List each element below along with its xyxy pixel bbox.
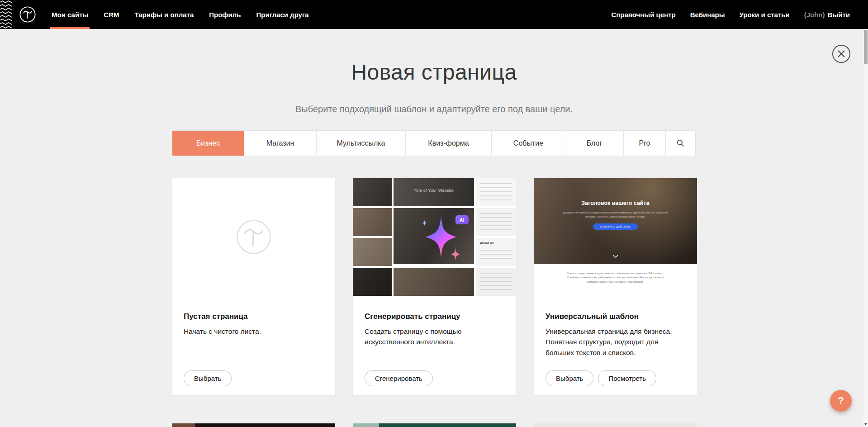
scrollbar-down-arrow[interactable] — [863, 421, 868, 427]
collage-about-tile: About us — [476, 238, 516, 266]
vertical-scrollbar — [863, 29, 868, 427]
template-cards-grid-row2 — [172, 423, 697, 427]
template-card-partial — [534, 423, 697, 427]
tab-event[interactable]: Событие — [491, 131, 565, 156]
tab-pro[interactable]: Pro — [623, 131, 665, 156]
ai-badge: AI — [455, 215, 469, 224]
collage-photo-tile — [353, 178, 392, 206]
template-card-partial — [353, 423, 516, 427]
generate-button[interactable]: Сгенерировать — [365, 370, 433, 386]
chevron-down-icon — [613, 255, 618, 258]
template-body-section: Коротко представьтесь и расскажите о ком… — [534, 264, 697, 296]
help-floating-button[interactable]: ? — [830, 390, 852, 412]
card-ai-generate: Title of Your Website About us — [353, 178, 516, 395]
collage-photo-tile — [353, 208, 392, 236]
tilda-watermark-icon — [234, 218, 273, 256]
ai-collage-preview: Title of Your Website About us — [353, 178, 516, 296]
card-description: Создать страницу с помощью искусственног… — [365, 326, 504, 347]
page-subtitle: Выберите подходящий шаблон и адаптируйте… — [0, 104, 868, 114]
tab-search[interactable] — [665, 131, 695, 156]
card-universal-template: Заголовок вашего сайта Добавьте интересн… — [534, 178, 697, 395]
nav-my-sites[interactable]: Мои сайты — [52, 0, 88, 29]
tab-quiz-form[interactable]: Квиз-форма — [405, 131, 491, 156]
universal-template-preview: Заголовок вашего сайта Добавьте интересн… — [534, 178, 697, 296]
card-description: Начать с чистого листа. — [184, 326, 323, 337]
template-hero: Заголовок вашего сайта Добавьте интересн… — [534, 178, 697, 264]
template-cta-button: Основное действие — [593, 223, 638, 230]
secondary-nav: Справочный центр Вебинары Уроки и статьи… — [611, 0, 868, 29]
template-body-text: Коротко представьтесь и расскажите о ком… — [566, 271, 665, 284]
top-navbar: Мои сайты CRM Тарифы и оплата Профиль Пр… — [0, 0, 868, 29]
page-title: Новая страница — [0, 60, 868, 85]
nav-webinars[interactable]: Вебинары — [690, 0, 725, 29]
nav-invite-friend[interactable]: Пригласи друга — [256, 0, 308, 29]
card-description: Универсальная страница для бизнеса. Поня… — [545, 326, 685, 358]
template-category-tabs: Бизнес Магазин Мультиссылка Квиз-форма С… — [172, 130, 696, 156]
preview-universal-button[interactable]: Посмотреть — [598, 370, 656, 386]
tab-business[interactable]: Бизнес — [172, 131, 244, 156]
zigzag-decoration — [0, 0, 12, 29]
tab-shop[interactable]: Магазин — [244, 131, 316, 156]
collage-doc-tile — [476, 178, 516, 206]
template-cards-grid: Пустая страница Начать с чистого листа. … — [172, 178, 697, 395]
template-hero-subtitle: Добавьте интересные подробности о вашей … — [559, 211, 672, 219]
choose-blank-button[interactable]: Выбрать — [184, 370, 232, 386]
tab-blog[interactable]: Блог — [565, 131, 623, 156]
nav-help-center[interactable]: Справочный центр — [611, 0, 675, 29]
collage-doc-tile — [476, 208, 516, 236]
template-hero-title: Заголовок вашего сайта — [534, 200, 697, 206]
tab-multilink[interactable]: Мультиссылка — [316, 131, 405, 156]
collage-photo-tile — [353, 268, 392, 296]
nav-crm[interactable]: CRM — [104, 0, 119, 29]
ai-sparkle-small-icon — [449, 247, 462, 261]
collage-site-title: Title of Your Website — [394, 188, 474, 193]
blank-page-preview — [172, 178, 335, 296]
card-blank-page: Пустая страница Начать с чистого листа. … — [172, 178, 335, 395]
template-card-partial — [172, 423, 335, 427]
collage-photo-tile — [394, 268, 474, 296]
scrollbar-thumb[interactable] — [864, 30, 868, 64]
nav-profile[interactable]: Профиль — [209, 0, 241, 29]
nav-pricing[interactable]: Тарифы и оплата — [134, 0, 194, 29]
close-button[interactable] — [832, 45, 850, 63]
search-icon — [677, 139, 684, 147]
collage-photo-tile — [353, 238, 392, 266]
close-icon — [837, 50, 845, 58]
logout-link[interactable]: Выйти — [828, 11, 850, 19]
choose-universal-button[interactable]: Выбрать — [545, 370, 593, 386]
card-title: Универсальный шаблон — [545, 312, 685, 321]
nav-tutorials[interactable]: Уроки и статьи — [740, 0, 790, 29]
tilda-logo-icon[interactable] — [19, 6, 36, 23]
card-title: Пустая страница — [184, 312, 323, 321]
user-name: (John) — [804, 11, 825, 19]
user-logout[interactable]: (John) Выйти — [804, 0, 850, 29]
collage-banner-tile: Title of Your Website — [394, 178, 474, 206]
ai-sparkle-tiny-icon — [422, 220, 427, 226]
card-title: Сгенерировать страницу — [365, 312, 504, 321]
about-us-label: About us — [480, 242, 493, 245]
primary-nav: Мои сайты CRM Тарифы и оплата Профиль Пр… — [52, 0, 309, 29]
collage-doc-tile — [476, 268, 516, 296]
